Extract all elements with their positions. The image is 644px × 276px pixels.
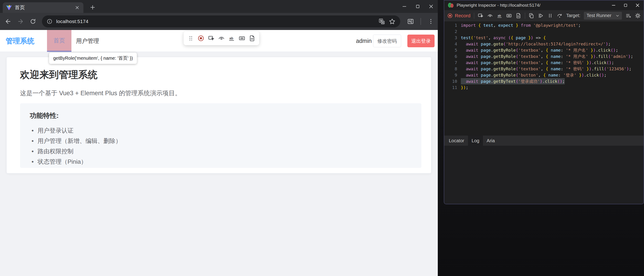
- inspector-title-bar: Playwright Inspector - http://localhost:…: [444, 1, 644, 10]
- assert-text-icon[interactable]: ab: [496, 13, 502, 19]
- site-info-icon[interactable]: [46, 19, 52, 25]
- code-line-11: 11});: [444, 84, 644, 91]
- gear-icon[interactable]: [635, 13, 641, 19]
- back-icon[interactable]: [2, 15, 14, 28]
- code-line-9: 9 await page.getByRole('button', { name:…: [444, 72, 644, 78]
- line-number: 5: [444, 47, 457, 53]
- assert-snapshot-icon[interactable]: [248, 35, 256, 42]
- assert-visibility-icon[interactable]: [218, 35, 225, 42]
- pause-icon[interactable]: [547, 13, 553, 19]
- browser-window: 首页 localhost:5174: [0, 0, 438, 276]
- url-text[interactable]: localhost:5174: [56, 19, 375, 24]
- code-line-1: 1import { test, expect } from '@playwrig…: [444, 22, 644, 28]
- logout-label: 退出登录: [411, 38, 431, 44]
- menu-item-home[interactable]: 首页: [47, 30, 72, 52]
- browser-window-controls: [398, 0, 438, 13]
- code-line-3: 3test('test', async ({ page }) => {: [444, 35, 644, 41]
- inspector-tab-aria[interactable]: Aria: [483, 136, 498, 146]
- pick-locator-icon[interactable]: [208, 35, 215, 42]
- record-icon[interactable]: [198, 35, 204, 42]
- inspector-minimize-icon[interactable]: [608, 1, 620, 10]
- generated-test-code[interactable]: 1import { test, expect } from '@playwrig…: [444, 21, 644, 136]
- record-label: Record: [455, 13, 470, 19]
- playwright-locator-tooltip: getByRole('menuitem', { name: '首页' }): [49, 53, 137, 64]
- inspector-window-controls: [608, 1, 644, 10]
- feature-item: 状态管理（Pinia）: [30, 157, 412, 167]
- feature-item: 用户管理（新增、编辑、删除）: [30, 136, 412, 146]
- svg-text:ab: ab: [498, 14, 501, 17]
- close-icon[interactable]: [424, 0, 438, 13]
- drag-handle-icon[interactable]: [187, 35, 194, 42]
- code-text: await page.getByRole('textbox', { name: …: [461, 53, 633, 60]
- browser-menu-icon[interactable]: [425, 15, 437, 28]
- change-password-button[interactable]: 修改密码: [373, 35, 401, 47]
- feature-item: 用户登录认证: [30, 125, 412, 136]
- resume-icon[interactable]: [538, 13, 544, 19]
- tab-title: 首页: [15, 4, 72, 11]
- code-line-5: 5 await page.getByRole('textbox', { name…: [444, 47, 644, 53]
- record-icon: [447, 13, 453, 19]
- line-number: 7: [444, 60, 457, 66]
- clear-log-icon[interactable]: [625, 13, 631, 19]
- record-button[interactable]: Record: [447, 13, 470, 19]
- code-line-7: 7 await page.getByRole('textbox', { name…: [444, 60, 644, 66]
- pick-locator-icon[interactable]: [478, 13, 484, 19]
- logout-button[interactable]: 退出登录: [407, 35, 434, 47]
- code-text: await page.getByRole('textbox', { name: …: [461, 66, 632, 72]
- line-number: 2: [444, 28, 457, 35]
- translate-icon[interactable]: [378, 18, 385, 25]
- inspector-toolbar: Record ab Target: Test Runner: [444, 10, 644, 21]
- new-tab-button[interactable]: [88, 3, 97, 12]
- inspector-tabs: LocatorLogAria: [444, 136, 644, 146]
- forward-icon[interactable]: [14, 15, 27, 28]
- line-number: 10: [444, 78, 457, 84]
- vite-favicon-icon: [6, 5, 12, 11]
- line-number: 11: [444, 84, 457, 91]
- features-list: 用户登录认证用户管理（新增、编辑、删除）路由权限控制状态管理（Pinia）: [30, 125, 412, 167]
- side-panel-search-icon[interactable]: [404, 15, 417, 28]
- change-password-label: 修改密码: [378, 38, 397, 44]
- toolbar-divider: [420, 18, 421, 25]
- line-number: 9: [444, 72, 457, 78]
- browser-tab[interactable]: 首页: [3, 2, 84, 13]
- code-text: await page.goto('http://localhost:5174/l…: [461, 41, 610, 47]
- tab-close-icon[interactable]: [74, 5, 80, 11]
- code-line-2: 2: [444, 28, 644, 35]
- code-line-8: 8 await page.getByRole('textbox', { name…: [444, 66, 644, 72]
- maximize-icon[interactable]: [411, 0, 424, 13]
- inspector-tab-locator[interactable]: Locator: [445, 136, 468, 146]
- inspector-close-icon[interactable]: [632, 1, 644, 10]
- code-text: await page.getByRole('textbox', { name: …: [461, 47, 618, 53]
- inspector-tab-log[interactable]: Log: [468, 136, 483, 146]
- code-text: test('test', async ({ page }) => {: [461, 35, 546, 41]
- line-number: 4: [444, 41, 457, 47]
- step-over-icon[interactable]: [557, 13, 563, 19]
- target-label: Target:: [566, 13, 580, 18]
- app-logo: 管理系统: [6, 30, 34, 52]
- desktop: 首页 localhost:5174: [0, 0, 644, 276]
- target-select[interactable]: Test Runner: [584, 12, 622, 20]
- assert-visibility-icon[interactable]: [487, 13, 493, 19]
- url-bar[interactable]: localhost:5174: [42, 16, 400, 28]
- assert-value-icon[interactable]: [506, 13, 512, 19]
- reload-icon[interactable]: [27, 15, 39, 28]
- features-title: 功能特性:: [30, 111, 412, 120]
- code-text: await page.getByRole('textbox', { name: …: [461, 60, 614, 66]
- assert-text-icon[interactable]: ab: [228, 35, 235, 42]
- bookmark-star-icon[interactable]: [389, 18, 396, 25]
- inspector-maximize-icon[interactable]: [620, 1, 632, 10]
- assert-snapshot-icon[interactable]: [516, 13, 522, 19]
- feature-item: 路由权限控制: [30, 146, 412, 157]
- copy-icon[interactable]: [528, 13, 534, 19]
- menu-item-users[interactable]: 用户管理: [76, 30, 99, 52]
- inspector-log-panel: [444, 146, 644, 204]
- page-description: 这是一个基于 Vue3 + Element Plus 的管理系统演示项目。: [20, 89, 181, 97]
- line-number: 8: [444, 66, 457, 72]
- toolbar-divider: [474, 13, 474, 19]
- code-line-4: 4 await page.goto('http://localhost:5174…: [444, 41, 644, 47]
- assert-value-icon[interactable]: [238, 35, 246, 42]
- chevron-down-icon: [615, 13, 620, 18]
- minimize-icon[interactable]: [398, 0, 411, 13]
- web-page: 管理系统 首页 用户管理 admin 修改密码 退出登录 getByRole('…: [0, 30, 438, 276]
- code-text: import { test, expect } from '@playwrigh…: [461, 22, 581, 28]
